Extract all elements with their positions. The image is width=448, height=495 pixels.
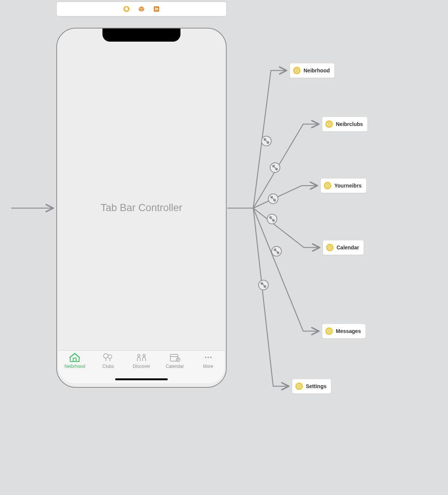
- destination-label: Yourneibrs: [334, 183, 362, 189]
- svg-point-28: [271, 196, 272, 198]
- svg-point-39: [259, 280, 268, 290]
- svg-point-16: [204, 357, 206, 358]
- controller-circle-icon: [295, 382, 303, 390]
- tab-item-calendar[interactable]: Calendar: [158, 352, 191, 369]
- scene-circle-icon[interactable]: [123, 6, 130, 12]
- home-indicator: [115, 378, 168, 380]
- more-dots-icon: [202, 352, 215, 363]
- svg-point-36: [274, 249, 276, 250]
- svg-point-60: [298, 386, 299, 387]
- destination-pill[interactable]: Calendar: [323, 240, 364, 255]
- svg-point-33: [273, 220, 274, 221]
- svg-point-27: [268, 194, 278, 204]
- svg-point-7: [104, 354, 108, 358]
- phone-frame: Tab Bar Controller Neibrhood Clubs Disco…: [56, 28, 227, 388]
- destination-pill[interactable]: Messages: [322, 324, 366, 339]
- svg-point-31: [267, 214, 277, 224]
- svg-point-57: [328, 330, 329, 332]
- tab-label: Calendar: [165, 364, 184, 369]
- svg-point-48: [328, 123, 329, 124]
- svg-point-35: [272, 246, 281, 256]
- svg-line-42: [262, 283, 265, 287]
- destination-pill[interactable]: Neibrhood: [290, 63, 335, 78]
- controller-circle-icon: [326, 244, 334, 251]
- svg-point-11: [138, 354, 140, 357]
- scene-toolbar[interactable]: [56, 2, 227, 16]
- svg-point-19: [262, 136, 271, 146]
- svg-point-40: [261, 283, 263, 284]
- controller-circle-icon: [325, 120, 333, 128]
- svg-line-22: [265, 139, 268, 143]
- svg-point-37: [277, 252, 279, 254]
- destination-label: Settings: [306, 383, 326, 389]
- destination-pill[interactable]: Settings: [292, 379, 331, 394]
- tab-label: Clubs: [102, 364, 114, 369]
- destination-label: Neibrclubs: [336, 121, 363, 127]
- svg-point-20: [264, 139, 266, 140]
- svg-point-45: [296, 70, 297, 71]
- cube-icon[interactable]: [138, 6, 145, 12]
- destination-pill[interactable]: Neibrclubs: [322, 117, 368, 132]
- svg-line-34: [270, 217, 274, 221]
- svg-point-29: [274, 200, 275, 201]
- destination-pill[interactable]: Yourneibrs: [320, 178, 367, 193]
- tab-label: Neibrhood: [65, 364, 85, 369]
- exit-icon[interactable]: [153, 6, 160, 12]
- svg-line-26: [273, 166, 277, 170]
- destination-label: Calendar: [337, 244, 359, 250]
- tab-item-neibrhood[interactable]: Neibrhood: [58, 352, 92, 369]
- svg-point-54: [329, 247, 330, 248]
- tree-group-icon: [102, 352, 114, 363]
- phone-notch: [102, 28, 180, 42]
- tab-item-discover[interactable]: Discover: [125, 352, 158, 369]
- svg-point-41: [264, 286, 266, 287]
- destination-label: Messages: [336, 328, 361, 334]
- svg-point-12: [143, 354, 145, 357]
- tab-item-more[interactable]: More: [191, 352, 225, 369]
- people-icon: [135, 352, 148, 363]
- tab-item-clubs[interactable]: Clubs: [92, 352, 125, 369]
- destination-label: Neibrhood: [304, 68, 330, 74]
- svg-point-23: [270, 163, 280, 172]
- svg-line-30: [271, 197, 275, 201]
- svg-point-51: [327, 185, 328, 186]
- svg-point-24: [273, 165, 274, 167]
- svg-rect-6: [73, 358, 76, 362]
- svg-point-8: [108, 355, 112, 358]
- svg-line-38: [275, 249, 278, 253]
- svg-point-18: [210, 357, 211, 358]
- svg-point-32: [270, 217, 271, 218]
- calendar-icon: [168, 352, 181, 363]
- scene-title: Tab Bar Controller: [57, 202, 226, 214]
- svg-point-21: [267, 142, 269, 143]
- tab-label: Discover: [133, 364, 150, 369]
- controller-circle-icon: [324, 182, 331, 189]
- svg-point-25: [276, 168, 277, 170]
- controller-circle-icon: [325, 327, 333, 335]
- svg-rect-1: [125, 8, 128, 10]
- svg-point-17: [207, 357, 209, 358]
- tab-label: More: [203, 364, 213, 369]
- house-icon: [68, 352, 81, 363]
- controller-circle-icon: [293, 67, 301, 74]
